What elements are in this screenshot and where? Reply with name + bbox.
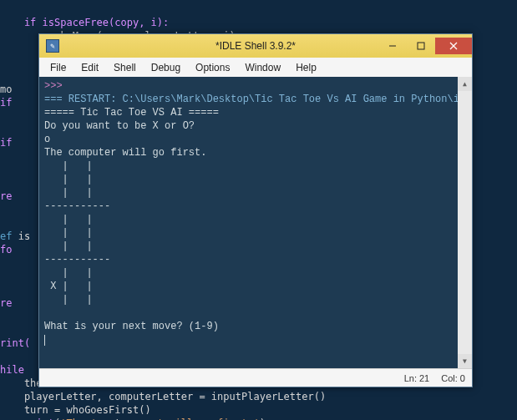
restart-line: === RESTART: C:\Users\Mark\Desktop\Tic T… [44, 94, 458, 105]
board-row: | | [44, 160, 93, 172]
shell-output[interactable]: >>> === RESTART: C:\Users\Mark\Desktop\T… [39, 77, 458, 368]
board-row: | | [44, 227, 93, 239]
menu-options[interactable]: Options [188, 59, 237, 76]
question-xo: Do you want to be X or O? [44, 120, 195, 132]
maximize-icon [417, 42, 425, 50]
board-row: | | [44, 187, 93, 199]
shell-prompt: >>> [44, 80, 63, 92]
move-prompt: What is your next move? (1-9) [44, 321, 219, 332]
idle-app-icon: ✎ [46, 39, 59, 53]
menu-edit[interactable]: Edit [73, 59, 106, 76]
close-icon [449, 42, 458, 50]
maximize-button[interactable] [407, 38, 435, 54]
text-cursor [44, 335, 45, 346]
status-line: Ln: 21 [404, 373, 430, 383]
board-row: | | [44, 267, 93, 279]
menu-window[interactable]: Window [237, 59, 288, 76]
menu-debug[interactable]: Debug [144, 59, 188, 76]
first-player-msg: The computer will go first. [44, 147, 206, 159]
vertical-scrollbar[interactable]: ▲ ▼ [458, 77, 472, 368]
menu-shell[interactable]: Shell [106, 59, 144, 76]
user-input-xo: o [44, 134, 50, 145]
minimize-button[interactable] [378, 38, 407, 54]
scroll-down-button[interactable]: ▼ [458, 354, 472, 368]
scroll-track[interactable] [458, 91, 472, 354]
chevron-up-icon: ▲ [463, 80, 467, 88]
board-row: | | [44, 240, 93, 252]
board-separator: ----------- [44, 254, 110, 266]
window-controls [378, 38, 472, 54]
titlebar[interactable]: ✎ *IDLE Shell 3.9.2* [39, 34, 472, 58]
close-button[interactable] [435, 38, 472, 54]
menu-file[interactable]: File [43, 59, 73, 76]
chevron-down-icon: ▼ [463, 357, 467, 365]
svg-rect-1 [418, 43, 424, 49]
board-separator: ----------- [44, 200, 110, 212]
board-row: X | | [44, 281, 93, 292]
minimize-icon [388, 42, 397, 50]
game-banner: ===== Tic Tac Toe VS AI ===== [44, 107, 219, 119]
menubar: File Edit Shell Debug Options Window Hel… [39, 58, 472, 77]
idle-shell-window: ✎ *IDLE Shell 3.9.2* File Edit Shell Deb… [38, 33, 473, 387]
board-row: | | [44, 294, 93, 306]
board-row: | | [44, 214, 93, 225]
board-row: | | [44, 174, 93, 185]
scroll-up-button[interactable]: ▲ [458, 77, 472, 91]
status-col: Col: 0 [441, 373, 465, 383]
shell-area: >>> === RESTART: C:\Users\Mark\Desktop\T… [39, 77, 472, 368]
menu-help[interactable]: Help [288, 59, 324, 76]
statusbar: Ln: 21 Col: 0 [39, 368, 472, 387]
